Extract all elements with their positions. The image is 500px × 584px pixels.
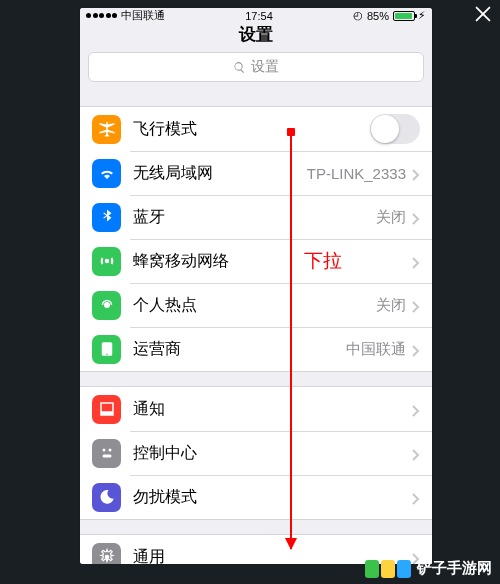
chevron-right-icon (412, 299, 420, 311)
row-carrier[interactable]: 运营商 中国联通 (80, 327, 432, 371)
row-value: 关闭 (376, 208, 406, 227)
chevron-right-icon (412, 211, 420, 223)
chevron-right-icon (412, 403, 420, 415)
carrier-label: 中国联通 (121, 8, 165, 23)
watermark-logo-icon (365, 560, 411, 578)
row-label: 蜂窝移动网络 (133, 251, 412, 272)
chevron-right-icon (412, 491, 420, 503)
dnd-icon (92, 483, 121, 512)
chevron-right-icon (412, 255, 420, 267)
svg-point-0 (102, 449, 105, 452)
alarm-icon: ◴ (353, 9, 363, 22)
row-value: 关闭 (376, 296, 406, 315)
row-label: 飞行模式 (133, 119, 370, 140)
battery-icon (393, 11, 415, 21)
row-notifications[interactable]: 通知 (80, 387, 432, 431)
clock-label: 17:54 (245, 10, 273, 22)
signal-dots-icon (86, 13, 117, 18)
settings-screen: 中国联通 17:54 ◴ 85% ⚡︎ 设置 设置 飞行模式 无线局域网 (80, 8, 432, 564)
chevron-right-icon (412, 343, 420, 355)
watermark: 铲子手游网 (365, 559, 492, 578)
cellular-icon (92, 247, 121, 276)
settings-group-system: 通知 控制中心 勿扰模式 (80, 386, 432, 520)
carrier-icon (92, 335, 121, 364)
chevron-right-icon (412, 167, 420, 179)
row-bluetooth[interactable]: 蓝牙 关闭 (80, 195, 432, 239)
hotspot-icon (92, 291, 121, 320)
row-label: 无线局域网 (133, 163, 307, 184)
search-input[interactable]: 设置 (88, 52, 424, 82)
close-icon[interactable] (472, 3, 494, 25)
svg-point-3 (104, 555, 109, 560)
row-label: 个人热点 (133, 295, 376, 316)
charging-icon: ⚡︎ (418, 9, 426, 22)
row-airplane[interactable]: 飞行模式 (80, 107, 432, 151)
nav-bar: 设置 (80, 23, 432, 46)
page-title: 设置 (239, 23, 273, 46)
search-placeholder: 设置 (251, 58, 279, 76)
general-icon (92, 543, 121, 565)
row-value: 中国联通 (346, 340, 406, 359)
control-center-icon (92, 439, 121, 468)
chevron-right-icon (412, 447, 420, 459)
airplane-toggle[interactable] (370, 114, 420, 144)
svg-rect-2 (102, 455, 111, 458)
row-label: 控制中心 (133, 443, 412, 464)
row-hotspot[interactable]: 个人热点 关闭 (80, 283, 432, 327)
battery-pct: 85% (367, 10, 389, 22)
settings-group-network: 飞行模式 无线局域网 TP-LINK_2333 蓝牙 关闭 蜂窝移动网络 个人热… (80, 106, 432, 372)
notifications-icon (92, 395, 121, 424)
row-dnd[interactable]: 勿扰模式 (80, 475, 432, 519)
row-label: 勿扰模式 (133, 487, 412, 508)
bluetooth-icon (92, 203, 121, 232)
wifi-icon (92, 159, 121, 188)
row-label: 运营商 (133, 339, 346, 360)
watermark-text: 铲子手游网 (417, 559, 492, 578)
row-value: TP-LINK_2333 (307, 165, 406, 182)
search-icon (233, 61, 246, 74)
row-label: 通知 (133, 399, 412, 420)
svg-point-1 (108, 449, 111, 452)
row-label: 蓝牙 (133, 207, 376, 228)
status-bar: 中国联通 17:54 ◴ 85% ⚡︎ (80, 8, 432, 23)
row-control-center[interactable]: 控制中心 (80, 431, 432, 475)
row-wifi[interactable]: 无线局域网 TP-LINK_2333 (80, 151, 432, 195)
airplane-icon (92, 115, 121, 144)
row-cellular[interactable]: 蜂窝移动网络 (80, 239, 432, 283)
